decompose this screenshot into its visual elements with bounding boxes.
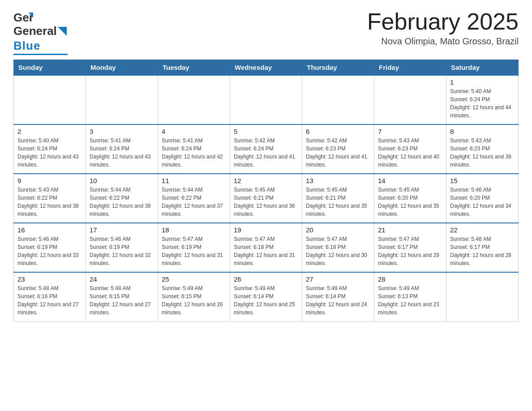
calendar-cell: 11Sunrise: 5:44 AMSunset: 6:22 PMDayligh… bbox=[158, 174, 230, 223]
day-info: Sunrise: 5:42 AMSunset: 6:24 PMDaylight:… bbox=[234, 137, 298, 169]
day-number: 24 bbox=[90, 275, 154, 283]
logo-triangle-icon bbox=[58, 27, 67, 36]
svg-marker-2 bbox=[58, 27, 67, 36]
logo-underline bbox=[13, 54, 68, 55]
day-info: Sunrise: 5:46 AMSunset: 6:20 PMDaylight:… bbox=[450, 186, 515, 218]
calendar-week-row: 1Sunrise: 5:40 AMSunset: 6:24 PMDaylight… bbox=[14, 75, 519, 124]
day-number: 11 bbox=[162, 177, 226, 184]
calendar-cell: 25Sunrise: 5:49 AMSunset: 6:15 PMDayligh… bbox=[158, 272, 230, 321]
day-info: Sunrise: 5:41 AMSunset: 6:24 PMDaylight:… bbox=[90, 137, 154, 169]
calendar-cell bbox=[446, 272, 519, 321]
day-info: Sunrise: 5:44 AMSunset: 6:22 PMDaylight:… bbox=[162, 186, 226, 218]
day-number: 26 bbox=[234, 275, 298, 283]
day-number: 28 bbox=[378, 275, 442, 283]
calendar-cell: 9Sunrise: 5:43 AMSunset: 6:22 PMDaylight… bbox=[14, 174, 86, 223]
calendar-cell: 1Sunrise: 5:40 AMSunset: 6:24 PMDaylight… bbox=[446, 75, 519, 124]
calendar-cell: 10Sunrise: 5:44 AMSunset: 6:22 PMDayligh… bbox=[86, 174, 158, 223]
day-info: Sunrise: 5:48 AMSunset: 6:17 PMDaylight:… bbox=[450, 235, 515, 267]
day-info: Sunrise: 5:44 AMSunset: 6:22 PMDaylight:… bbox=[90, 186, 154, 218]
calendar-cell bbox=[374, 75, 446, 124]
day-info: Sunrise: 5:47 AMSunset: 6:17 PMDaylight:… bbox=[378, 235, 442, 267]
calendar-cell: 26Sunrise: 5:49 AMSunset: 6:14 PMDayligh… bbox=[230, 272, 302, 321]
calendar-cell: 12Sunrise: 5:45 AMSunset: 6:21 PMDayligh… bbox=[230, 174, 302, 223]
calendar-cell: 3Sunrise: 5:41 AMSunset: 6:24 PMDaylight… bbox=[86, 124, 158, 174]
day-number: 21 bbox=[378, 226, 442, 234]
calendar-week-row: 23Sunrise: 5:48 AMSunset: 6:16 PMDayligh… bbox=[14, 272, 519, 321]
calendar-cell: 7Sunrise: 5:43 AMSunset: 6:23 PMDaylight… bbox=[374, 124, 446, 174]
calendar-cell: 5Sunrise: 5:42 AMSunset: 6:24 PMDaylight… bbox=[230, 124, 302, 174]
calendar-cell: 14Sunrise: 5:45 AMSunset: 6:20 PMDayligh… bbox=[374, 174, 446, 223]
day-number: 27 bbox=[306, 275, 370, 283]
day-number: 15 bbox=[450, 177, 515, 184]
calendar-cell: 8Sunrise: 5:43 AMSunset: 6:23 PMDaylight… bbox=[446, 124, 519, 174]
day-info: Sunrise: 5:41 AMSunset: 6:24 PMDaylight:… bbox=[162, 137, 226, 169]
day-number: 22 bbox=[450, 226, 515, 234]
calendar-cell: 21Sunrise: 5:47 AMSunset: 6:17 PMDayligh… bbox=[374, 223, 446, 272]
day-number: 1 bbox=[450, 78, 515, 86]
day-info: Sunrise: 5:49 AMSunset: 6:14 PMDaylight:… bbox=[306, 284, 370, 317]
calendar-cell: 24Sunrise: 5:48 AMSunset: 6:15 PMDayligh… bbox=[86, 272, 158, 321]
day-number: 12 bbox=[234, 177, 298, 184]
day-number: 7 bbox=[378, 128, 442, 135]
day-number: 16 bbox=[17, 226, 82, 234]
calendar-header-row: SundayMondayTuesdayWednesdayThursdayFrid… bbox=[14, 60, 519, 76]
calendar-cell bbox=[86, 75, 158, 124]
calendar-cell bbox=[230, 75, 302, 124]
calendar-week-row: 9Sunrise: 5:43 AMSunset: 6:22 PMDaylight… bbox=[14, 174, 519, 223]
calendar-week-row: 16Sunrise: 5:46 AMSunset: 6:19 PMDayligh… bbox=[14, 223, 519, 272]
day-info: Sunrise: 5:45 AMSunset: 6:20 PMDaylight:… bbox=[378, 186, 442, 218]
day-number: 20 bbox=[306, 226, 370, 234]
day-number: 17 bbox=[90, 226, 154, 234]
day-info: Sunrise: 5:48 AMSunset: 6:16 PMDaylight:… bbox=[17, 284, 82, 317]
day-info: Sunrise: 5:40 AMSunset: 6:24 PMDaylight:… bbox=[450, 87, 515, 120]
calendar-cell: 6Sunrise: 5:42 AMSunset: 6:23 PMDaylight… bbox=[302, 124, 374, 174]
day-number: 23 bbox=[17, 275, 82, 283]
location-subtitle: Nova Olimpia, Mato Grosso, Brazil bbox=[367, 36, 519, 47]
day-info: Sunrise: 5:48 AMSunset: 6:15 PMDaylight:… bbox=[90, 284, 154, 317]
day-number: 4 bbox=[162, 128, 226, 135]
day-info: Sunrise: 5:40 AMSunset: 6:24 PMDaylight:… bbox=[17, 137, 82, 169]
day-info: Sunrise: 5:45 AMSunset: 6:21 PMDaylight:… bbox=[306, 186, 370, 218]
calendar-header-tuesday: Tuesday bbox=[158, 60, 230, 76]
day-number: 25 bbox=[162, 275, 226, 283]
day-info: Sunrise: 5:45 AMSunset: 6:21 PMDaylight:… bbox=[234, 186, 298, 218]
day-number: 13 bbox=[306, 177, 370, 184]
day-number: 18 bbox=[162, 226, 226, 234]
day-info: Sunrise: 5:49 AMSunset: 6:13 PMDaylight:… bbox=[378, 284, 442, 317]
day-info: Sunrise: 5:47 AMSunset: 6:18 PMDaylight:… bbox=[234, 235, 298, 267]
calendar-cell: 27Sunrise: 5:49 AMSunset: 6:14 PMDayligh… bbox=[302, 272, 374, 321]
day-info: Sunrise: 5:43 AMSunset: 6:23 PMDaylight:… bbox=[450, 137, 515, 169]
calendar-header-wednesday: Wednesday bbox=[230, 60, 302, 76]
calendar-cell bbox=[14, 75, 86, 124]
header: General General Blue February 2025 Nova … bbox=[13, 9, 519, 55]
calendar-header-thursday: Thursday bbox=[302, 60, 374, 76]
logo-general-text: General bbox=[13, 24, 57, 38]
day-number: 14 bbox=[378, 177, 442, 184]
calendar-table: SundayMondayTuesdayWednesdayThursdayFrid… bbox=[13, 60, 519, 322]
day-info: Sunrise: 5:47 AMSunset: 6:19 PMDaylight:… bbox=[162, 235, 226, 267]
calendar-cell: 20Sunrise: 5:47 AMSunset: 6:18 PMDayligh… bbox=[302, 223, 374, 272]
calendar-week-row: 2Sunrise: 5:40 AMSunset: 6:24 PMDaylight… bbox=[14, 124, 519, 174]
day-info: Sunrise: 5:46 AMSunset: 6:19 PMDaylight:… bbox=[90, 235, 154, 267]
calendar-cell: 22Sunrise: 5:48 AMSunset: 6:17 PMDayligh… bbox=[446, 223, 519, 272]
calendar-header-saturday: Saturday bbox=[446, 60, 519, 76]
calendar-cell: 15Sunrise: 5:46 AMSunset: 6:20 PMDayligh… bbox=[446, 174, 519, 223]
calendar-cell: 13Sunrise: 5:45 AMSunset: 6:21 PMDayligh… bbox=[302, 174, 374, 223]
month-title: February 2025 bbox=[367, 9, 519, 34]
logo-blue-text: Blue bbox=[13, 39, 40, 53]
calendar-cell bbox=[302, 75, 374, 124]
calendar-header-sunday: Sunday bbox=[14, 60, 86, 76]
day-info: Sunrise: 5:47 AMSunset: 6:18 PMDaylight:… bbox=[306, 235, 370, 267]
title-area: February 2025 Nova Olimpia, Mato Grosso,… bbox=[367, 9, 519, 47]
calendar-cell: 16Sunrise: 5:46 AMSunset: 6:19 PMDayligh… bbox=[14, 223, 86, 272]
calendar-cell: 17Sunrise: 5:46 AMSunset: 6:19 PMDayligh… bbox=[86, 223, 158, 272]
day-number: 5 bbox=[234, 128, 298, 135]
day-info: Sunrise: 5:43 AMSunset: 6:22 PMDaylight:… bbox=[17, 186, 82, 218]
calendar-cell: 4Sunrise: 5:41 AMSunset: 6:24 PMDaylight… bbox=[158, 124, 230, 174]
day-number: 6 bbox=[306, 128, 370, 135]
day-number: 19 bbox=[234, 226, 298, 234]
calendar-cell: 18Sunrise: 5:47 AMSunset: 6:19 PMDayligh… bbox=[158, 223, 230, 272]
calendar-header-friday: Friday bbox=[374, 60, 446, 76]
calendar-cell: 28Sunrise: 5:49 AMSunset: 6:13 PMDayligh… bbox=[374, 272, 446, 321]
day-number: 8 bbox=[450, 128, 515, 135]
